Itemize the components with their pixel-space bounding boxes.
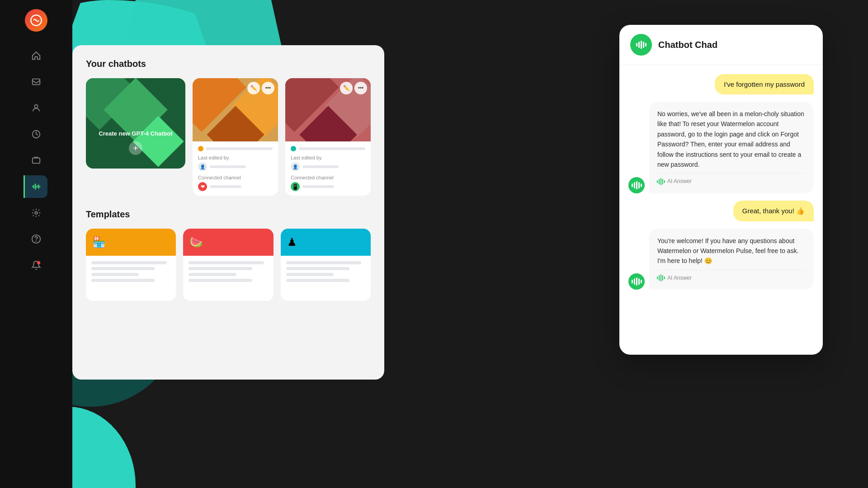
- sidebar-item-home[interactable]: [25, 44, 47, 67]
- card-1-user-avatar: 👤: [198, 162, 207, 171]
- sidebar: [0, 0, 72, 488]
- bot-wave-icon: [636, 40, 646, 49]
- wave-bar: [632, 183, 633, 187]
- templates-section-title: Templates: [86, 209, 371, 220]
- chat-bot-name: Chatbot Chad: [658, 40, 717, 50]
- chatbot-card-2[interactable]: ✏️ ••• Last edited by 👤 Connected channe…: [285, 78, 371, 196]
- card-2-user-avatar: 👤: [291, 162, 300, 171]
- template-card-3[interactable]: ♟: [281, 229, 371, 301]
- chatbot-thumbnail-1: ✏️ •••: [193, 78, 278, 141]
- template-icon-2: 🍉: [189, 236, 203, 249]
- wave-bar: [645, 43, 646, 47]
- card-1-user-bar: [210, 165, 246, 168]
- chat-bot-avatar: [630, 34, 652, 56]
- template-card-1[interactable]: 🏪: [86, 229, 176, 301]
- template-line: [286, 279, 349, 282]
- wave-bar: [636, 181, 637, 189]
- chat-messages: I've forgotten my password No worries, w…: [619, 65, 823, 355]
- wave-bar: [638, 42, 640, 48]
- ai-answer-row-1: AI Answer: [657, 173, 806, 186]
- create-chatbot-card[interactable]: Create new GPT-4 Chatbot +: [86, 78, 185, 169]
- card-2-last-edited-label: Last edited by: [291, 155, 365, 160]
- card-2-user-row: 👤: [291, 162, 365, 171]
- card-1-channel-bar: [210, 185, 241, 188]
- card-2-indicator-row: [291, 146, 365, 151]
- template-line: [189, 279, 252, 282]
- bot-wave-icon-small: [632, 181, 642, 190]
- template-header-3: ♟: [281, 229, 371, 256]
- bot-wave-icon-small-2: [632, 277, 642, 286]
- card-1-more-button[interactable]: •••: [262, 82, 274, 94]
- chatbots-section-title: Your chatbots: [86, 59, 371, 69]
- wave-bar: [643, 42, 644, 48]
- ai-wave: [657, 178, 665, 185]
- svg-point-7: [36, 241, 37, 241]
- card-1-channel-icon: ❤: [198, 182, 207, 191]
- bot-avatar-4: [628, 273, 645, 290]
- card-1-channel-label: Connected channel: [198, 175, 273, 180]
- template-lines-2: [183, 256, 273, 287]
- card-2-meta: Last edited by 👤 Connected channel 📱: [285, 141, 371, 196]
- ai-waveform-icon-2: [657, 274, 665, 282]
- card-2-status-dot: [291, 146, 296, 151]
- svg-point-8: [37, 261, 40, 264]
- user-bubble-1: I've forgotten my password: [715, 74, 814, 94]
- wave-bar: [641, 41, 642, 49]
- card-2-actions: ✏️ •••: [340, 82, 367, 94]
- sidebar-item-reports[interactable]: [25, 123, 47, 145]
- card-2-more-button[interactable]: •••: [354, 82, 367, 94]
- app-logo[interactable]: [25, 9, 47, 32]
- card-1-channel-row: ❤: [198, 182, 273, 191]
- chat-panel: Chatbot Chad I've forgotten my password …: [619, 25, 823, 355]
- svg-point-2: [34, 105, 38, 108]
- card-2-bar: [299, 147, 365, 150]
- template-line: [189, 261, 264, 264]
- card-2-user-bar: [302, 165, 339, 168]
- template-line: [189, 273, 236, 276]
- wave-bar: [641, 280, 642, 283]
- sidebar-item-waveform[interactable]: [24, 175, 47, 198]
- template-line: [286, 267, 349, 270]
- templates-grid: 🏪 🍉 ♟: [86, 229, 371, 301]
- card-2-channel-row: 📱: [291, 182, 365, 191]
- wave-bar: [632, 280, 633, 283]
- ai-waveform-icon: [657, 178, 665, 185]
- sidebar-item-settings[interactable]: [25, 202, 47, 224]
- message-4: You're welcome! If you have any question…: [628, 229, 814, 290]
- template-icon-1: 🏪: [92, 236, 106, 249]
- user-bubble-3: Great, thank you! 👍: [733, 201, 814, 221]
- template-line: [286, 273, 334, 276]
- wave-bar: [634, 182, 635, 188]
- card-1-edit-button[interactable]: ✏️: [247, 82, 260, 94]
- chatbot-card-1[interactable]: ✏️ ••• Last edited by 👤 Connected channe…: [193, 78, 278, 196]
- bot-bubble-4: You're welcome! If you have any question…: [649, 229, 814, 290]
- wave-bar: [634, 278, 635, 285]
- template-lines-1: [86, 256, 176, 287]
- ai-answer-row-2: AI Answer: [657, 270, 806, 282]
- sidebar-item-chatbot[interactable]: [25, 149, 47, 172]
- template-line: [91, 267, 155, 270]
- chatbots-grid: Create new GPT-4 Chatbot + ✏️ ••• L: [86, 78, 371, 196]
- ai-answer-label-2: AI Answer: [667, 274, 692, 282]
- template-icon-3: ♟: [287, 236, 297, 249]
- template-line: [91, 273, 139, 276]
- card-2-edit-button[interactable]: ✏️: [340, 82, 353, 94]
- wave-bar: [638, 278, 640, 285]
- sidebar-item-contacts[interactable]: [25, 97, 47, 119]
- card-2-channel-label: Connected channel: [291, 175, 365, 180]
- card-1-last-edited-label: Last edited by: [198, 155, 273, 160]
- wave-bar: [636, 43, 637, 47]
- sidebar-item-help[interactable]: [25, 228, 47, 250]
- template-card-2[interactable]: 🍉: [183, 229, 273, 301]
- template-line: [91, 261, 167, 264]
- create-chatbot-button[interactable]: +: [129, 141, 142, 155]
- create-card-label: Create new GPT-4 Chatbot: [99, 130, 172, 138]
- card-1-actions: ✏️ •••: [247, 82, 274, 94]
- message-3: Great, thank you! 👍: [628, 201, 814, 221]
- template-header-2: 🍉: [183, 229, 273, 256]
- sidebar-item-inbox[interactable]: [25, 70, 47, 93]
- sidebar-item-notifications[interactable]: [25, 254, 47, 277]
- message-1: I've forgotten my password: [628, 74, 814, 94]
- card-2-channel-icon: 📱: [291, 182, 300, 191]
- ai-wave-2: [657, 274, 665, 282]
